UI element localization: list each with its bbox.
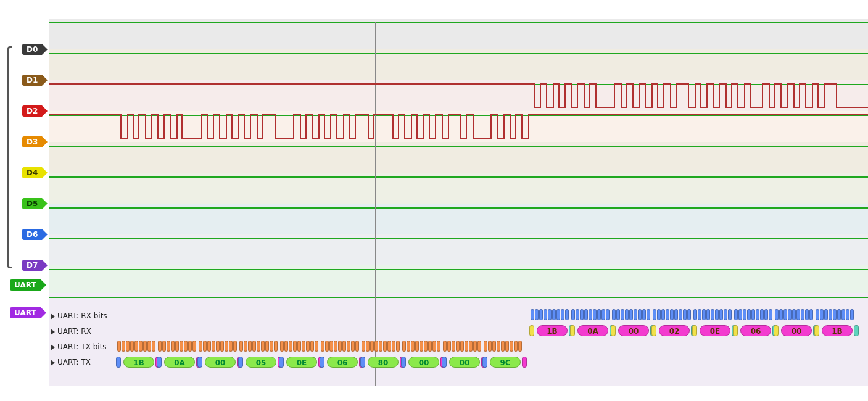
bit-blob [514,341,518,352]
bit-blob [420,341,423,352]
bit-blob [625,309,629,320]
bit-blob [338,341,342,352]
decoder-label-uart2[interactable]: UART [10,307,46,318]
byte-start-marker [197,357,202,368]
channel-label-d5[interactable]: D5 [22,198,48,209]
bit-blob [621,309,624,320]
byte-start-marker [482,357,487,368]
bit-blob [469,341,473,352]
bit-blob [589,309,592,320]
decoded-byte[interactable]: 0A [577,325,608,336]
decoded-byte[interactable]: 02 [659,325,690,336]
bit-blob [351,341,355,352]
channel-label-d0[interactable]: D0 [22,44,48,55]
decoded-byte[interactable]: 00 [408,357,439,368]
channel-label-d4[interactable]: D4 [22,167,48,178]
bit-blob [824,309,828,320]
bit-blob [392,341,395,352]
decoder-lane-uart2[interactable] [49,293,868,386]
flatline [49,22,868,23]
decoded-byte[interactable]: 00 [618,325,649,336]
bit-blob [552,309,556,320]
bit-blob [584,309,588,320]
decoded-byte[interactable]: 00 [449,357,480,368]
bit-blob [576,309,579,320]
bit-blob [647,309,650,320]
bit-blob [751,309,755,320]
bit-blob [769,309,772,320]
bit-blob [355,341,359,352]
decoded-byte[interactable]: 06 [740,325,771,336]
bit-blob [796,309,800,320]
channel-label-d2[interactable]: D2 [22,105,48,117]
byte-start-marker [157,357,162,368]
bit-blob [805,309,809,320]
bit-blob [674,309,678,320]
bit-blob [706,309,710,320]
channel-label-text: D0 [22,44,42,55]
bit-blob [244,341,247,352]
bit-blob [638,309,642,320]
bit-blob [411,341,415,352]
bit-blob [220,341,224,352]
decoded-byte[interactable]: 9C [490,357,521,368]
byte-start-marker [401,357,406,368]
bit-blob [447,341,451,352]
decoded-byte[interactable]: 0E [700,325,730,336]
channel-label-text: D3 [22,136,42,147]
decoded-byte[interactable]: 0E [286,357,317,368]
bit-blob [402,341,406,352]
bit-blob [460,341,464,352]
decoded-byte[interactable]: 80 [368,357,399,368]
bit-blob [801,309,804,320]
bit-blob [634,309,637,320]
bit-blob [747,309,751,320]
bit-blob [597,309,601,320]
bit-blob [846,309,849,320]
bit-blob [252,341,256,352]
bit-blob [297,341,301,352]
bit-blob [122,341,125,352]
bit-blob [443,341,447,352]
bit-blob [501,341,505,352]
bit-blob [171,341,175,352]
byte-start-marker [279,357,284,368]
decoded-byte[interactable]: 00 [205,357,236,368]
bit-blob [565,309,569,320]
bit-blob [387,341,391,352]
bit-blob [437,341,440,352]
bit-blob [612,309,616,320]
bit-blob [497,341,500,352]
channel-label-d7[interactable]: D7 [22,260,48,271]
decoded-byte[interactable]: 00 [781,325,812,336]
bit-blob [465,341,468,352]
decoded-byte[interactable]: 0A [164,357,195,368]
waveform-area[interactable]: UART: RX bitsUART: RXUART: TX bitsUART: … [49,0,868,401]
bit-blob [809,309,813,320]
bit-blob [683,309,687,320]
bit-blob [657,309,661,320]
channel-group-bracket [7,46,12,268]
channel-label-d1[interactable]: D1 [22,75,48,86]
byte-start-marker [529,325,534,336]
decoded-byte[interactable]: 1B [537,325,568,336]
bit-blob [284,341,288,352]
bit-blob [257,341,260,352]
decoded-byte[interactable]: 05 [246,357,276,368]
bit-blob [130,341,134,352]
rx_bytes: 1B0A00020E06001B [49,325,868,336]
channel-label-d3[interactable]: D3 [22,136,48,147]
decoded-byte[interactable]: 1B [822,325,853,336]
bit-blob [139,341,143,352]
byte-start-marker [442,357,447,368]
bit-blob [265,341,269,352]
decoder-label-uart1[interactable]: UART [10,279,46,291]
bit-blob [702,309,706,320]
bit-blob [280,341,284,352]
bit-blob [841,309,845,320]
bit-blob [492,341,496,352]
channel-label-d6[interactable]: D6 [22,229,48,240]
decoded-byte[interactable]: 1B [123,357,154,368]
bit-blob [693,309,697,320]
decoded-byte[interactable]: 06 [327,357,358,368]
